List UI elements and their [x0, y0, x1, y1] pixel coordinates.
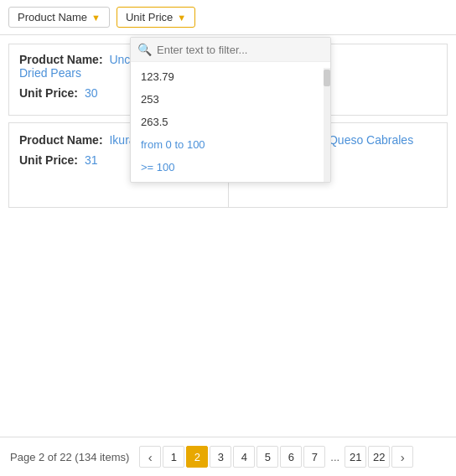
filter-item-123[interactable]: 123.79	[131, 65, 330, 88]
page-btn-7[interactable]: 7	[303, 446, 325, 468]
page-btn-3[interactable]: 3	[210, 446, 231, 468]
prev-page-btn[interactable]: ‹	[139, 446, 161, 468]
product-name-label-2: Product Name:	[19, 133, 103, 147]
unit-price-label-2: Unit Price:	[19, 153, 78, 167]
dropdown-search-bar: 🔍	[131, 38, 330, 62]
pagination-bar: Page 2 of 22 (134 items) ‹ 1 2 3 4 5 6 7…	[0, 437, 456, 476]
filter-icon-unit-price: ▼	[177, 13, 186, 23]
pagination-info: Page 2 of 22 (134 items)	[10, 451, 129, 463]
unit-price-label-1: Unit Price:	[19, 86, 78, 100]
scrollbar-thumb[interactable]	[324, 70, 330, 86]
product-name-filter-btn[interactable]: Product Name ▼	[8, 7, 110, 28]
filter-icon-product: ▼	[91, 13, 101, 23]
toolbar: Product Name ▼ Unit Price ▼	[0, 0, 456, 35]
page-btn-1[interactable]: 1	[163, 446, 184, 468]
filter-item-range-0-100[interactable]: from 0 to 100	[131, 133, 330, 156]
product-name-label: Product Name	[18, 11, 87, 23]
page-btn-22[interactable]: 22	[368, 446, 390, 468]
product-name-label-1: Product Name:	[19, 53, 103, 66]
page-btn-6[interactable]: 6	[280, 446, 302, 468]
unit-price-value-2: 31	[85, 153, 98, 167]
scrollbar-track	[324, 68, 330, 182]
filter-item-gte-100[interactable]: >= 100	[131, 156, 330, 178]
unit-price-label: Unit Price	[126, 11, 173, 23]
filter-dropdown: 🔍 123.79 253 263.5 from 0 to 100 >= 100	[130, 37, 331, 183]
filter-item-2635[interactable]: 263.5	[131, 111, 330, 133]
search-icon: 🔍	[137, 43, 152, 56]
page-btn-21[interactable]: 21	[345, 446, 366, 468]
page-btn-5[interactable]: 5	[256, 446, 278, 468]
filter-search-input[interactable]	[157, 44, 324, 56]
page-btn-4[interactable]: 4	[233, 446, 255, 468]
product-name-value-3: Queso Cabrales	[329, 133, 413, 147]
filter-item-253[interactable]: 253	[131, 88, 330, 111]
dropdown-list: 123.79 253 263.5 from 0 to 100 >= 100	[131, 62, 330, 182]
page-btn-2[interactable]: 2	[186, 446, 208, 468]
next-page-btn[interactable]: ›	[391, 446, 413, 468]
page-navigation: ‹ 1 2 3 4 5 6 7 ... 21 22 ›	[139, 446, 413, 468]
page-dots: ...	[327, 451, 343, 463]
unit-price-value-1: 30	[85, 86, 98, 100]
unit-price-filter-btn[interactable]: Unit Price ▼	[117, 7, 195, 28]
